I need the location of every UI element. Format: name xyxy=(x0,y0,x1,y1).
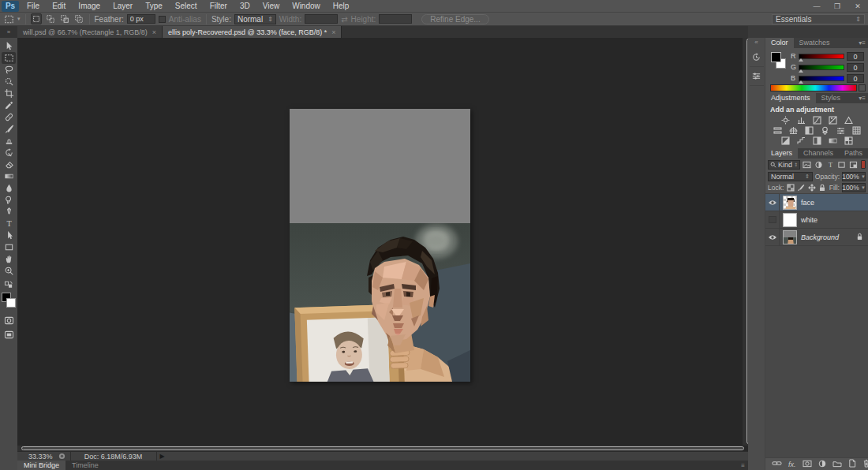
lock-position-icon[interactable] xyxy=(808,183,817,192)
lock-pixels-icon[interactable] xyxy=(797,183,806,192)
new-selection-button[interactable] xyxy=(31,13,42,24)
visibility-toggle[interactable] xyxy=(765,229,780,246)
menu-select[interactable]: Select xyxy=(169,0,204,13)
close-button[interactable]: ✕ xyxy=(847,0,868,13)
menu-type[interactable]: Type xyxy=(139,0,169,13)
panel-menu-icon[interactable]: ▾≡ xyxy=(859,38,868,48)
layer-row-face[interactable]: face xyxy=(765,194,868,211)
spot-healing-brush-tool-button[interactable] xyxy=(2,111,16,123)
brightness-contrast-icon[interactable] xyxy=(780,115,791,125)
screen-mode-button[interactable] xyxy=(2,329,16,341)
slider-marker[interactable] xyxy=(799,80,803,84)
layer-filter-kind-select[interactable]: Kind ⇕ xyxy=(768,160,800,170)
menu-help[interactable]: Help xyxy=(327,0,356,13)
blue-slider[interactable] xyxy=(799,76,844,81)
tool-preset-icon[interactable] xyxy=(3,13,14,24)
hand-tool-button[interactable] xyxy=(2,253,16,265)
menu-layer[interactable]: Layer xyxy=(107,0,139,13)
dock-expand-chevron[interactable]: « xyxy=(754,39,758,47)
workspace-select[interactable]: Essentials ⇕ xyxy=(772,14,865,24)
opacity-value[interactable]: 100% ▼ xyxy=(842,172,866,181)
red-slider[interactable] xyxy=(799,54,844,59)
layer-thumbnail[interactable] xyxy=(783,213,797,227)
filter-smart-object-icon[interactable] xyxy=(849,160,859,170)
rectangular-marquee-tool-button[interactable] xyxy=(2,52,16,64)
levels-icon[interactable] xyxy=(796,115,806,125)
slider-marker[interactable] xyxy=(799,69,803,73)
timeline-tab[interactable]: Timeline xyxy=(65,461,105,470)
filter-pixel-layers-icon[interactable] xyxy=(803,160,812,170)
photo-filter-icon[interactable] xyxy=(820,125,830,135)
gradient-tool-button[interactable] xyxy=(2,170,16,182)
swap-dimensions-icon[interactable]: ⇄ xyxy=(341,15,347,24)
layer-filter-toggle[interactable] xyxy=(861,160,866,169)
collapsed-properties-panel-button[interactable] xyxy=(750,67,764,86)
menu-image[interactable]: Image xyxy=(72,0,107,13)
exposure-icon[interactable] xyxy=(828,115,838,125)
green-slider[interactable] xyxy=(799,65,844,70)
eyedropper-tool-button[interactable] xyxy=(2,99,16,111)
new-group-icon[interactable] xyxy=(832,460,842,469)
threshold-icon[interactable] xyxy=(812,136,822,145)
layer-thumbnail[interactable] xyxy=(783,196,797,210)
canvas-viewport[interactable] xyxy=(17,38,748,451)
selective-color-icon[interactable] xyxy=(844,136,854,145)
width-input[interactable] xyxy=(305,14,338,24)
panel-menu-icon[interactable]: ▾≡ xyxy=(859,93,868,103)
document-tab-ellis-poly[interactable]: ellis poly-Recovered.psd @ 33.3% (face, … xyxy=(163,26,342,38)
type-tool-button[interactable]: T xyxy=(2,218,16,229)
brush-tool-button[interactable] xyxy=(2,123,16,135)
history-brush-tool-button[interactable] xyxy=(2,147,16,159)
blur-tool-button[interactable] xyxy=(2,182,16,194)
green-value[interactable]: 0 xyxy=(847,63,864,72)
blend-mode-select[interactable]: Normal ⇕ xyxy=(768,172,813,181)
clone-stamp-tool-button[interactable] xyxy=(2,135,16,147)
document-tab-will[interactable]: will.psd @ 66.7% (Rectangle 1, RGB/8) × xyxy=(17,26,163,38)
hue-saturation-icon[interactable] xyxy=(773,125,783,135)
menu-3d[interactable]: 3D xyxy=(234,0,256,13)
vertical-scrollbar[interactable] xyxy=(743,38,748,446)
quick-selection-tool-button[interactable] xyxy=(2,76,16,88)
tab-close-icon[interactable]: × xyxy=(331,28,335,36)
menu-file[interactable]: File xyxy=(21,0,46,13)
document-size-field[interactable]: Doc: 6.18M/6.93M xyxy=(70,452,157,461)
mini-bridge-tab[interactable]: Mini Bridge xyxy=(17,461,65,470)
refine-edge-button[interactable]: Refine Edge... xyxy=(421,14,488,24)
collapsed-history-panel-button[interactable] xyxy=(750,48,764,67)
tab-color[interactable]: Color xyxy=(765,38,794,48)
tab-layers[interactable]: Layers xyxy=(765,148,798,159)
quick-mask-mode-button[interactable] xyxy=(2,315,16,326)
lock-all-icon[interactable] xyxy=(818,183,827,192)
horizontal-scrollbar[interactable] xyxy=(17,446,743,451)
menu-filter[interactable]: Filter xyxy=(204,0,234,13)
filter-shape-layers-icon[interactable] xyxy=(837,160,847,170)
pen-tool-button[interactable] xyxy=(2,206,16,218)
fill-value[interactable]: 100% ▼ xyxy=(842,183,866,192)
eraser-tool-button[interactable] xyxy=(2,159,16,170)
crop-tool-button[interactable] xyxy=(2,88,16,99)
subtract-from-selection-button[interactable] xyxy=(59,13,70,24)
add-layer-mask-icon[interactable] xyxy=(803,460,812,469)
tab-adjustments[interactable]: Adjustments xyxy=(765,93,816,103)
curves-icon[interactable] xyxy=(812,115,822,125)
link-layers-icon[interactable] xyxy=(772,460,782,468)
horizontal-scrollbar-thumb[interactable] xyxy=(21,446,744,450)
invert-icon[interactable] xyxy=(780,136,791,145)
tab-channels[interactable]: Channels xyxy=(798,148,839,159)
menu-window[interactable]: Window xyxy=(286,0,327,13)
move-tool-button[interactable] xyxy=(2,40,16,52)
new-layer-icon[interactable] xyxy=(848,459,856,469)
path-selection-tool-button[interactable] xyxy=(2,229,16,241)
layer-row-background[interactable]: Background xyxy=(765,229,868,246)
delete-layer-icon[interactable] xyxy=(862,459,868,469)
vibrance-icon[interactable] xyxy=(844,115,854,125)
background-color-swatch[interactable] xyxy=(6,298,16,308)
style-select[interactable]: Normal ⇕ xyxy=(234,14,276,24)
antialias-checkbox[interactable] xyxy=(159,16,166,23)
zoom-tool-button[interactable] xyxy=(2,265,16,277)
black-white-ramp[interactable] xyxy=(859,84,866,91)
new-adjustment-layer-icon[interactable] xyxy=(818,460,826,469)
height-input[interactable] xyxy=(379,14,412,24)
channel-mixer-icon[interactable] xyxy=(836,125,846,135)
filter-adjustment-layers-icon[interactable] xyxy=(814,160,824,170)
